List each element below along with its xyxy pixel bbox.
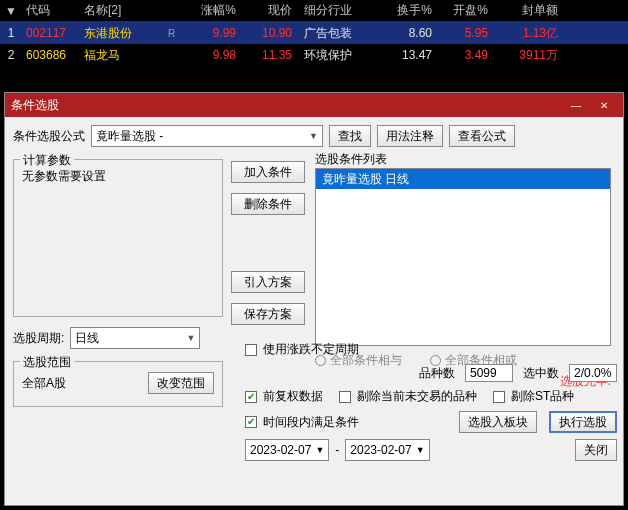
hit-value: 2/0.0%	[569, 364, 617, 382]
col-seal[interactable]: 封单额	[496, 2, 566, 19]
table-row[interactable]: 2603686福龙马9.9811.35环境保护13.473.493911万	[0, 44, 628, 66]
list-item[interactable]: 竟昨量选股 日线	[316, 169, 610, 189]
add-condition-button[interactable]: 加入条件	[231, 161, 305, 183]
params-text: 无参数需要设置	[22, 169, 106, 183]
col-open[interactable]: 开盘%	[440, 2, 496, 19]
condition-dialog: 条件选股 — ✕ 条件选股公式 竟昨量选股 - ▼ 查找 用法注释 查看公式 计…	[4, 92, 624, 506]
params-legend: 计算参数	[20, 152, 74, 169]
chevron-down-icon: ▼	[186, 333, 195, 343]
delete-condition-button[interactable]: 删除条件	[231, 193, 305, 215]
grid-header: ▼ 代码 名称[2] 涨幅% 现价 细分行业 换手% 开盘% 封单额	[0, 0, 628, 22]
checkbox-uncertain[interactable]	[245, 344, 257, 356]
table-row[interactable]: 1002117东港股份R9.9910.90广告包装8.605.951.13亿	[0, 22, 628, 44]
dialog-titlebar[interactable]: 条件选股 — ✕	[5, 93, 623, 117]
checkbox-rm-nontrade[interactable]	[339, 391, 351, 403]
close-icon[interactable]: ✕	[591, 96, 617, 114]
view-formula-button[interactable]: 查看公式	[449, 125, 515, 147]
scope-fieldset: 选股范围 全部A股 改变范围	[13, 361, 223, 407]
variety-value: 5099	[465, 364, 513, 382]
chk-fq-label: 前复权数据	[263, 388, 323, 405]
close-button[interactable]: 关闭	[575, 439, 617, 461]
checkbox-fq[interactable]: ✔	[245, 391, 257, 403]
minimize-icon[interactable]: —	[563, 96, 589, 114]
formula-combo[interactable]: 竟昨量选股 - ▼	[91, 125, 323, 147]
col-name[interactable]: 名称[2]	[80, 2, 168, 19]
date-sep: -	[335, 443, 339, 457]
formula-value: 竟昨量选股 -	[96, 128, 163, 145]
scope-text: 全部A股	[22, 375, 66, 392]
params-fieldset: 计算参数 无参数需要设置	[13, 159, 223, 317]
scope-legend: 选股范围	[20, 354, 74, 371]
period-value: 日线	[75, 330, 99, 347]
col-turnover[interactable]: 换手%	[380, 2, 440, 19]
chevron-down-icon: ▼	[315, 445, 324, 455]
save-plan-button[interactable]: 保存方案	[231, 303, 305, 325]
dialog-title: 条件选股	[11, 97, 59, 114]
import-plan-button[interactable]: 引入方案	[231, 271, 305, 293]
find-button[interactable]: 查找	[329, 125, 371, 147]
period-combo[interactable]: 日线 ▼	[70, 327, 200, 349]
formula-label: 条件选股公式	[13, 128, 85, 145]
sort-arrow[interactable]: ▼	[0, 4, 22, 18]
col-code[interactable]: 代码	[22, 2, 80, 19]
col-industry[interactable]: 细分行业	[300, 2, 380, 19]
chk-rm-nontrade-label: 剔除当前未交易的品种	[357, 388, 477, 405]
col-price[interactable]: 现价	[244, 2, 300, 19]
chk-rm-st-label: 剔除ST品种	[511, 388, 574, 405]
date-from[interactable]: 2023-02-07 ▼	[245, 439, 329, 461]
checkbox-time[interactable]: ✔	[245, 416, 257, 428]
col-pct[interactable]: 涨幅%	[188, 2, 244, 19]
change-scope-button[interactable]: 改变范围	[148, 372, 214, 394]
period-label: 选股周期:	[13, 330, 64, 347]
hit-label: 选中数	[523, 365, 559, 382]
usage-button[interactable]: 用法注释	[377, 125, 443, 147]
date-to[interactable]: 2023-02-07 ▼	[345, 439, 429, 461]
checkbox-rm-st[interactable]	[493, 391, 505, 403]
to-block-button[interactable]: 选股入板块	[459, 411, 537, 433]
condition-listbox[interactable]: 竟昨量选股 日线	[315, 168, 611, 346]
chk-time-label: 时间段内满足条件	[263, 414, 359, 431]
condlist-label: 选股条件列表	[315, 152, 387, 166]
chk-uncertain-label: 使用涨跌不定周期	[263, 341, 359, 358]
execute-button[interactable]: 执行选股	[549, 411, 617, 433]
variety-label: 品种数	[419, 365, 455, 382]
chevron-down-icon: ▼	[416, 445, 425, 455]
stock-grid: ▼ 代码 名称[2] 涨幅% 现价 细分行业 换手% 开盘% 封单额 10021…	[0, 0, 628, 66]
chevron-down-icon: ▼	[309, 131, 318, 141]
